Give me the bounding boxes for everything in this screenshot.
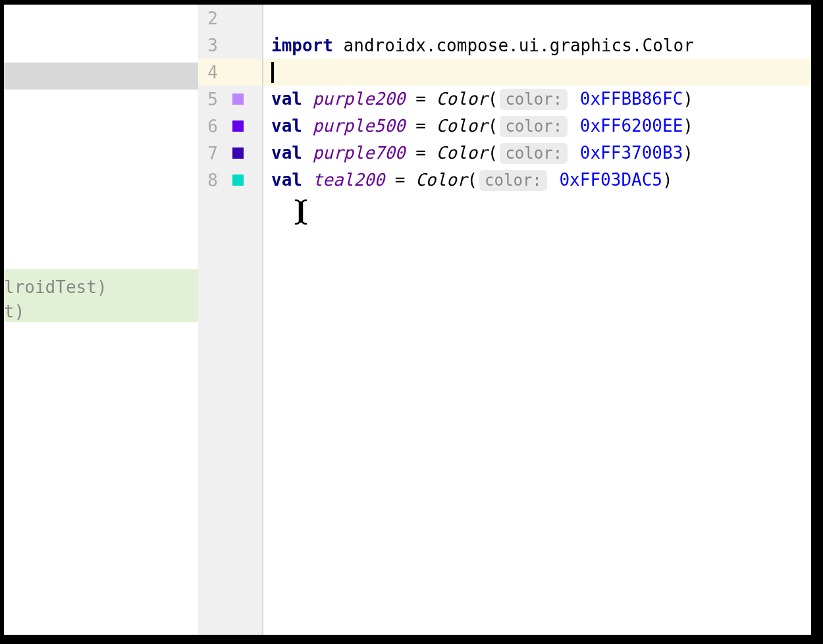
- color-swatch-icon[interactable]: [232, 148, 244, 159]
- code-line-7[interactable]: val purple700 = Color(color: 0xFF3700B3): [263, 140, 811, 167]
- line-number: 5: [198, 90, 225, 109]
- code-editor[interactable]: import androidx.compose.ui.graphics.Colo…: [263, 5, 811, 635]
- paren-close: ): [683, 143, 693, 163]
- tree-item-text[interactable]: lroidTest): [4, 274, 107, 300]
- paren-open: (: [488, 143, 498, 163]
- paren-open: (: [467, 170, 477, 190]
- function-call: Color: [436, 89, 487, 109]
- paren-open: (: [488, 89, 498, 109]
- variable-name: purple700: [313, 143, 406, 163]
- code-text: import androidx.compose.ui.graphics.Colo…: [263, 36, 694, 55]
- hex-literal: 0xFF3700B3: [580, 143, 683, 163]
- keyword-val: val: [271, 170, 302, 190]
- gutter: 2 3 4 5 6 7 8: [198, 5, 263, 635]
- variable-name: purple200: [313, 89, 406, 109]
- parameter-hint: color:: [500, 143, 568, 164]
- keyword-val: val: [271, 143, 302, 163]
- paren-close: ): [662, 170, 673, 190]
- gutter-line-3[interactable]: 3: [198, 32, 262, 59]
- code-line-4[interactable]: [263, 59, 811, 86]
- line-number: 7: [198, 144, 225, 163]
- color-swatch-icon[interactable]: [232, 94, 244, 105]
- function-call: Color: [436, 116, 487, 136]
- paren-open: (: [488, 116, 498, 136]
- code-line-5[interactable]: val purple200 = Color(color: 0xFFBB86FC): [263, 86, 811, 113]
- import-path: androidx.compose.ui.graphics.Color: [344, 36, 694, 55]
- color-swatch-icon[interactable]: [232, 121, 244, 132]
- hex-literal: 0xFFBB86FC: [580, 89, 683, 109]
- code-text: val teal200 = Color(color: 0xFF03DAC5): [263, 170, 673, 191]
- line-number: 8: [198, 171, 225, 190]
- code-text: val purple200 = Color(color: 0xFFBB86FC): [263, 89, 693, 110]
- code-line-3[interactable]: import androidx.compose.ui.graphics.Colo…: [263, 32, 811, 59]
- parameter-hint: color:: [500, 116, 568, 137]
- code-line-2[interactable]: [263, 5, 811, 32]
- right-border: [811, 0, 823, 644]
- function-call: Color: [415, 170, 467, 190]
- parameter-hint: color:: [479, 170, 547, 191]
- paren-close: ): [683, 116, 693, 136]
- keyword-val: val: [271, 116, 302, 136]
- bottom-border: [0, 635, 823, 644]
- hex-literal: 0xFF6200EE: [580, 116, 683, 136]
- code-line-6[interactable]: val purple500 = Color(color: 0xFF6200EE): [263, 113, 811, 140]
- line-number: 2: [198, 9, 225, 28]
- paren-close: ): [683, 89, 693, 109]
- line-number: 3: [198, 36, 225, 55]
- keyword-import: import: [271, 36, 333, 55]
- gutter-line-5[interactable]: 5: [198, 86, 262, 113]
- i-beam-cursor-icon: [294, 199, 307, 230]
- gutter-line-4[interactable]: 4: [198, 59, 262, 86]
- line-number: 4: [198, 63, 225, 82]
- top-border: [0, 0, 823, 5]
- variable-name: teal200: [313, 170, 385, 190]
- line-number: 6: [198, 117, 225, 136]
- code-text: val purple500 = Color(color: 0xFF6200EE): [263, 116, 693, 137]
- project-panel: lroidTest) t): [4, 5, 198, 635]
- parameter-hint: color:: [500, 89, 568, 110]
- text-cursor: [271, 62, 274, 83]
- hex-literal: 0xFF03DAC5: [559, 170, 662, 190]
- tree-item-text[interactable]: t): [4, 298, 24, 322]
- keyword-val: val: [271, 89, 302, 109]
- function-call: Color: [436, 143, 487, 163]
- code-line-8[interactable]: val teal200 = Color(color: 0xFF03DAC5): [263, 167, 811, 194]
- gutter-line-8[interactable]: 8: [198, 167, 262, 194]
- code-text: [263, 61, 274, 83]
- selection-highlight: [4, 63, 198, 90]
- gutter-line-7[interactable]: 7: [198, 140, 262, 167]
- variable-name: purple500: [313, 116, 406, 136]
- gutter-line-2[interactable]: 2: [198, 5, 262, 32]
- color-swatch-icon[interactable]: [232, 174, 244, 186]
- gutter-line-6[interactable]: 6: [198, 113, 262, 140]
- test-sources-area: lroidTest) t): [4, 269, 198, 322]
- code-text: val purple700 = Color(color: 0xFF3700B3): [263, 143, 693, 164]
